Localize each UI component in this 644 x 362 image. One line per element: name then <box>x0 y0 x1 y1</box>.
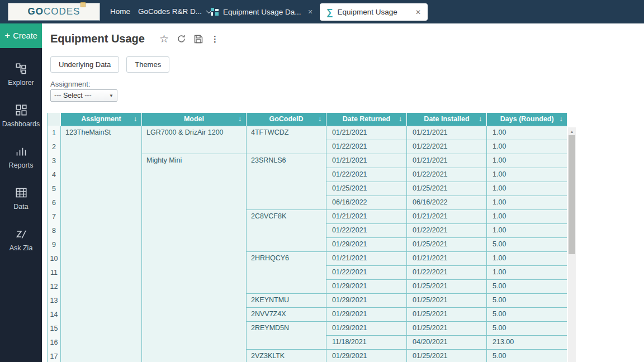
gocodes-logo[interactable]: GOCODES <box>8 3 100 21</box>
days-cell: 1.00 <box>487 209 567 223</box>
sort-desc-icon[interactable]: ↓ <box>318 115 321 123</box>
tab-equipment-usage-dashboard[interactable]: Equipment Usage Da... ✕ <box>211 0 313 23</box>
sidebar-item-ask-zia[interactable]: Ask Zia <box>0 223 42 257</box>
days-cell: 213.00 <box>487 335 567 349</box>
dropdown-arrow-icon: ▼ <box>109 93 113 98</box>
topbar: GOCODES Home GoCodes R&R D... Equipment … <box>0 0 644 23</box>
row-number-cell: 8 <box>48 223 61 237</box>
date-installed-cell: 01/22/2021 <box>407 265 487 279</box>
create-button[interactable]: + Create <box>0 23 42 48</box>
gocodeid-cell: 2C8VCF8K <box>247 209 326 251</box>
tab-equipment-usage[interactable]: ∑ Equipment Usage ✕ <box>320 3 428 21</box>
date-returned-cell: 11/18/2021 <box>326 335 407 349</box>
date-returned-cell: 06/16/2022 <box>326 196 407 209</box>
reports-bar-chart-icon <box>16 146 27 159</box>
days-cell: 1.00 <box>487 140 567 154</box>
date-returned-cell: 01/22/2021 <box>326 140 407 154</box>
date-installed-cell: 01/21/2021 <box>407 251 487 265</box>
date-returned-cell: 01/29/2021 <box>326 349 407 362</box>
days-cell: 5.00 <box>487 279 567 293</box>
date-returned-cell: 01/22/2021 <box>326 223 407 237</box>
days-cell: 5.00 <box>487 321 567 335</box>
scrollbar-thumb[interactable] <box>569 135 575 254</box>
row-number-cell: 14 <box>48 307 61 321</box>
row-number-cell: 16 <box>48 335 61 349</box>
date-installed-cell: 01/25/2021 <box>407 182 487 196</box>
themes-button[interactable]: Themes <box>126 56 169 73</box>
days-cell: 5.00 <box>487 349 567 362</box>
sidebar-item-data[interactable]: Data <box>0 182 42 216</box>
date-returned-cell: 01/21/2021 <box>326 251 407 265</box>
favorite-star-icon[interactable]: ☆ <box>159 34 169 44</box>
column-header-date-installed[interactable]: Date Installed↓ <box>407 113 487 126</box>
sidebar-item-explorer[interactable]: Explorer <box>0 58 42 92</box>
row-number-cell: 5 <box>48 182 61 196</box>
vertical-scrollbar[interactable]: ▲ <box>568 127 576 362</box>
column-header-days-rounded-[interactable]: Days (Rounded)↓ <box>487 113 567 126</box>
date-returned-cell: 01/21/2021 <box>326 154 407 168</box>
row-number-cell: 10 <box>48 251 61 265</box>
more-options-icon[interactable]: ⋮ <box>211 35 219 43</box>
sidebar-item-dashboards[interactable]: Dashboards <box>0 99 42 133</box>
days-cell: 1.00 <box>487 126 567 140</box>
date-returned-cell: 01/29/2021 <box>326 293 407 307</box>
refresh-icon[interactable] <box>177 34 186 44</box>
row-number-cell: 12 <box>48 279 61 293</box>
column-header-gocodeid[interactable]: GoCodeID↓ <box>247 113 326 126</box>
date-installed-cell: 01/21/2021 <box>407 209 487 223</box>
save-icon[interactable] <box>194 35 203 44</box>
date-returned-cell: 01/29/2021 <box>326 237 407 251</box>
days-cell: 5.00 <box>487 307 567 321</box>
sidebar-item-reports[interactable]: Reports <box>0 140 42 174</box>
main-content: Equipment Usage ☆ ⋮ Underlying Data Them… <box>42 23 644 362</box>
gocodeid-cell: 2HRHQCY6 <box>247 251 326 293</box>
gocodeid-cell: 2VZ3KLTK <box>247 349 326 362</box>
close-tab-icon[interactable]: ✕ <box>415 8 421 16</box>
assignment-filter-label: Assignment: <box>50 80 91 88</box>
date-installed-cell: 01/25/2021 <box>407 279 487 293</box>
days-cell: 5.00 <box>487 237 567 251</box>
gocodeid-cell: 23SRNLS6 <box>247 154 326 209</box>
row-number-cell: 4 <box>48 168 61 182</box>
nav-gocodes-workspace[interactable]: GoCodes R&R D... <box>138 0 210 23</box>
date-installed-cell: 01/22/2021 <box>407 168 487 182</box>
row-number-cell: 11 <box>48 265 61 279</box>
date-installed-cell: 01/25/2021 <box>407 349 487 362</box>
column-header-assignment[interactable]: Assignment↓ <box>61 113 142 126</box>
tab-label: Equipment Usage <box>337 8 397 16</box>
sort-desc-icon[interactable]: ↓ <box>134 115 137 123</box>
nav-home[interactable]: Home <box>110 0 130 23</box>
model-cell: Mighty Mini <box>142 154 247 362</box>
days-cell: 1.00 <box>487 223 567 237</box>
date-returned-cell: 01/21/2021 <box>326 209 407 223</box>
sort-desc-icon[interactable]: ↓ <box>238 115 242 123</box>
sort-desc-icon[interactable]: ↓ <box>399 115 402 123</box>
date-returned-cell: 01/22/2021 <box>326 265 407 279</box>
row-number-cell: 7 <box>48 209 61 223</box>
date-installed-cell: 01/25/2021 <box>407 321 487 335</box>
date-returned-cell: 01/25/2021 <box>326 182 407 196</box>
column-header-date-returned[interactable]: Date Returned↓ <box>326 113 407 126</box>
dashboards-icon <box>16 104 27 117</box>
sigma-report-icon: ∑ <box>326 7 333 17</box>
date-returned-cell: 01/29/2021 <box>326 307 407 321</box>
underlying-data-button[interactable]: Underlying Data <box>50 56 119 73</box>
scroll-up-icon[interactable]: ▲ <box>568 127 576 135</box>
days-cell: 1.00 <box>487 196 567 209</box>
date-installed-cell: 04/20/2021 <box>407 335 487 349</box>
date-installed-cell: 01/22/2021 <box>407 223 487 237</box>
date-returned-cell: 01/21/2021 <box>326 126 407 140</box>
sort-desc-icon[interactable]: ↓ <box>560 115 563 123</box>
table-corner-cell <box>48 113 61 126</box>
close-tab-icon[interactable]: ✕ <box>308 8 313 16</box>
days-cell: 1.00 <box>487 182 567 196</box>
days-cell: 1.00 <box>487 168 567 182</box>
row-number-cell: 3 <box>48 154 61 168</box>
column-header-model[interactable]: Model↓ <box>142 113 247 126</box>
row-number-cell: 2 <box>48 140 61 154</box>
assignment-select[interactable]: --- Select --- ▼ <box>50 89 117 102</box>
sort-desc-icon[interactable]: ↓ <box>479 115 482 123</box>
gocodes-logo-text: GOCODES <box>28 6 80 17</box>
sidebar: + Create Explorer Dashboards Reports Dat… <box>0 23 42 362</box>
row-number-cell: 1 <box>48 126 61 140</box>
